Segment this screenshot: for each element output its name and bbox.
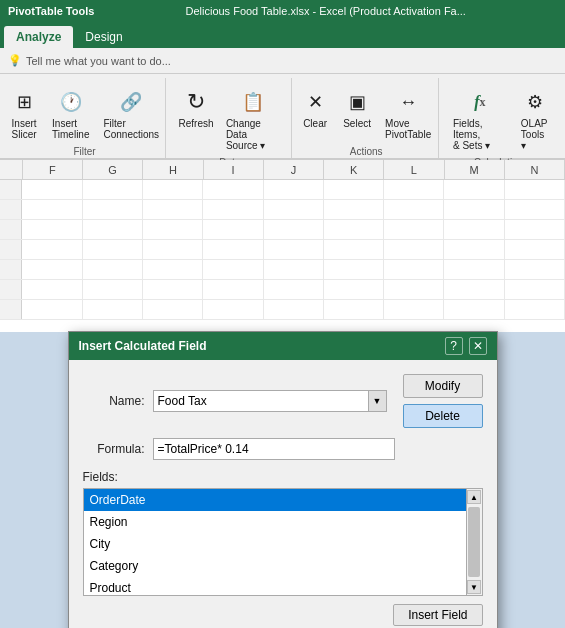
clear-label: Clear: [303, 118, 327, 129]
row-number: [0, 300, 22, 319]
sheet-cell[interactable]: [384, 180, 444, 199]
dialog-body: Name: ▼ Modify Delete Formula:: [69, 360, 497, 628]
table-row: [0, 300, 565, 320]
scroll-up-arrow[interactable]: ▲: [467, 490, 481, 504]
sheet-cell[interactable]: [264, 180, 324, 199]
modify-delete-buttons: Modify Delete: [403, 374, 483, 428]
window-title: Delicious Food Table.xlsx - Excel (Produ…: [94, 5, 557, 17]
refresh-button[interactable]: ↻ Refresh: [174, 84, 218, 133]
actions-buttons: ✕ Clear ▣ Select ↔ MovePivotTable: [295, 80, 437, 144]
scroll-down-arrow[interactable]: ▼: [467, 580, 481, 594]
name-label: Name:: [83, 394, 145, 408]
fields-icon: fx: [466, 88, 494, 116]
name-dropdown-arrow[interactable]: ▼: [369, 390, 387, 412]
filter-connections-label: FilterConnections: [104, 118, 160, 140]
name-input-wrap: ▼: [153, 390, 387, 412]
col-n: N: [505, 160, 565, 179]
filter-group-label: Filter: [73, 144, 95, 157]
tab-design[interactable]: Design: [73, 26, 134, 48]
col-h: H: [143, 160, 203, 179]
move-pivottable-button[interactable]: ↔ MovePivotTable: [379, 84, 437, 144]
scroll-thumb[interactable]: [468, 507, 480, 577]
slicer-icon: ⊞: [10, 88, 38, 116]
datasource-icon: 📋: [239, 88, 267, 116]
insert-timeline-label: InsertTimeline: [52, 118, 89, 140]
ribbon-tab-bar: Analyze Design: [0, 22, 565, 48]
col-j: J: [264, 160, 324, 179]
ribbon-group-calculations: fx Fields, Items,& Sets ▾ ⚙ OLAPTools ▾ …: [441, 78, 561, 158]
ribbon-group-filter: ⊞ InsertSlicer 🕐 InsertTimeline 🔗 Filter…: [4, 78, 166, 158]
list-item[interactable]: City: [84, 533, 466, 555]
refresh-icon: ↻: [182, 88, 210, 116]
table-row: [0, 200, 565, 220]
row-num-header: [0, 160, 23, 179]
list-item[interactable]: Product: [84, 577, 466, 596]
list-item[interactable]: Category: [84, 555, 466, 577]
help-button[interactable]: ?: [445, 337, 463, 355]
dialog-title: Insert Calculated Field: [79, 339, 207, 353]
sheet-cell[interactable]: [22, 180, 82, 199]
col-f: F: [23, 160, 83, 179]
fields-list[interactable]: OrderDate Region City Category Product Q…: [83, 488, 467, 596]
row-number: [0, 240, 22, 259]
dialog-title-bar: Insert Calculated Field ? ✕: [69, 332, 497, 360]
spreadsheet: F G H I J K L M N: [0, 160, 565, 332]
row-number: [0, 180, 22, 199]
name-input[interactable]: [153, 390, 369, 412]
tab-analyze[interactable]: Analyze: [4, 26, 73, 48]
sheet-cell[interactable]: [505, 180, 565, 199]
filter-connections-button[interactable]: 🔗 FilterConnections: [98, 84, 166, 144]
list-item[interactable]: OrderDate: [84, 489, 466, 511]
dialog-title-controls: ? ✕: [445, 337, 487, 355]
table-row: [0, 240, 565, 260]
sheet-cell[interactable]: [143, 180, 203, 199]
sheet-cell[interactable]: [444, 180, 504, 199]
sheet-cell[interactable]: [324, 180, 384, 199]
col-g: G: [83, 160, 143, 179]
col-headers: F G H I J K L M N: [0, 160, 565, 180]
olap-icon: ⚙: [521, 88, 549, 116]
fields-scrollbar[interactable]: ▲ ▼: [467, 488, 483, 596]
col-i: I: [204, 160, 264, 179]
select-button[interactable]: ▣ Select: [337, 84, 377, 133]
fields-section: Fields: OrderDate Region City Category P…: [83, 470, 483, 596]
tell-me-text: Tell me what you want to do...: [26, 55, 171, 67]
change-data-source-label: Change DataSource ▾: [226, 118, 279, 151]
modify-button[interactable]: Modify: [403, 374, 483, 398]
select-icon: ▣: [343, 88, 371, 116]
delete-button[interactable]: Delete: [403, 404, 483, 428]
formula-row: Formula:: [83, 438, 483, 460]
insert-timeline-button[interactable]: 🕐 InsertTimeline: [46, 84, 95, 144]
sheet-cell[interactable]: [203, 180, 263, 199]
name-row: Name: ▼ Modify Delete: [83, 374, 483, 428]
move-pivottable-label: MovePivotTable: [385, 118, 431, 140]
table-row: [0, 220, 565, 240]
actions-group-label: Actions: [350, 144, 383, 157]
fields-items-sets-button[interactable]: fx Fields, Items,& Sets ▾: [447, 84, 513, 155]
main-area: F G H I J K L M N: [0, 160, 565, 628]
ribbon-group-actions: ✕ Clear ▣ Select ↔ MovePivotTable Action…: [294, 78, 439, 158]
row-number: [0, 260, 22, 279]
close-x-button[interactable]: ✕: [469, 337, 487, 355]
list-item[interactable]: Region: [84, 511, 466, 533]
insert-slicer-button[interactable]: ⊞ InsertSlicer: [4, 84, 44, 144]
sheet-cell[interactable]: [83, 180, 143, 199]
change-data-source-button[interactable]: 📋 Change DataSource ▾: [220, 84, 285, 155]
timeline-icon: 🕐: [57, 88, 85, 116]
olap-tools-button[interactable]: ⚙ OLAPTools ▾: [515, 84, 555, 155]
formula-input[interactable]: [153, 438, 395, 460]
row-number: [0, 200, 22, 219]
fields-label: Fields:: [83, 470, 483, 484]
bulb-icon: 💡: [8, 54, 22, 67]
tell-me-bar[interactable]: 💡 Tell me what you want to do...: [0, 48, 565, 74]
col-k: K: [324, 160, 384, 179]
clear-button[interactable]: ✕ Clear: [295, 84, 335, 133]
table-row: [0, 280, 565, 300]
connections-icon: 🔗: [117, 88, 145, 116]
col-l: L: [384, 160, 444, 179]
formula-label: Formula:: [83, 442, 145, 456]
refresh-label: Refresh: [179, 118, 214, 129]
insert-field-button[interactable]: Insert Field: [393, 604, 482, 626]
fields-items-label: Fields, Items,& Sets ▾: [453, 118, 507, 151]
ribbon: ⊞ InsertSlicer 🕐 InsertTimeline 🔗 Filter…: [0, 74, 565, 160]
